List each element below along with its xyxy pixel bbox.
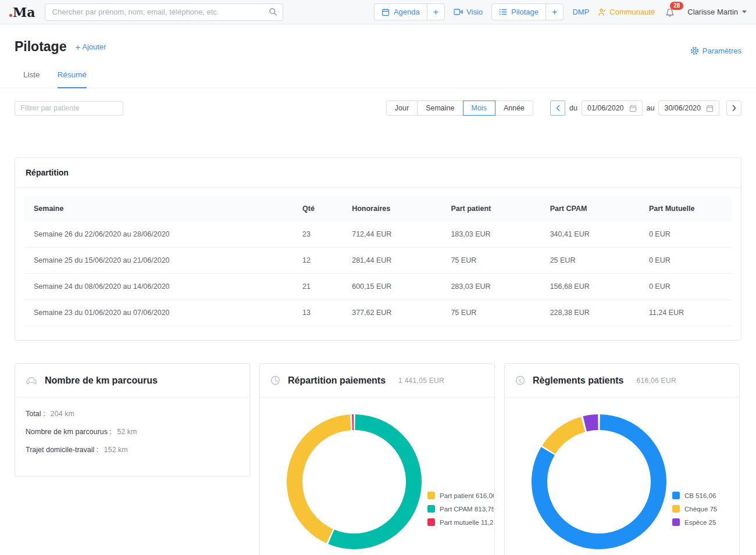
agenda-button[interactable]: Agenda <box>375 4 427 20</box>
du-label: du <box>569 104 577 112</box>
add-button[interactable]: + Ajouter <box>75 42 106 52</box>
tab-resume[interactable]: Résumé <box>58 70 87 88</box>
page-header: Pilotage + Ajouter Paramètres <box>15 38 741 55</box>
cell-semaine: Semaine 26 du 22/06/2020 au 28/06/2020 <box>24 221 293 248</box>
km-card-title: Nombre de km parcourus <box>45 375 158 386</box>
legend-cheque[interactable]: Chèque 75 <box>672 505 739 513</box>
person-wave-icon <box>598 8 606 16</box>
paiements-card-title: Répartition paiements <box>288 375 386 386</box>
legend-label: Espèce 25 <box>684 519 716 526</box>
table-row[interactable]: Semaine 23 du 01/06/2020 au 07/06/2020 1… <box>24 300 732 326</box>
paiements-card-header: Répartition paiements 1 441,05 EUR <box>260 364 494 398</box>
date-from-input[interactable]: 01/06/2020 <box>582 101 643 116</box>
car-icon <box>26 376 37 385</box>
cell-qte: 13 <box>293 300 343 326</box>
paiements-chart-area: Part patient 616,06 Part CPAM 813,752 Pa… <box>260 398 494 555</box>
period-semaine-button[interactable]: Semaine <box>417 101 463 116</box>
legend-cb[interactable]: CB 516,06 <box>672 492 739 499</box>
reglements-card-header: € Règlements patients 616,06 EUR <box>505 364 739 398</box>
reglements-card-title: Règlements patients <box>533 375 623 386</box>
cell-part-mutuelle: 0 EUR <box>640 274 732 300</box>
cell-honoraires: 281,44 EUR <box>343 248 441 274</box>
km-trajet-line: Trajet domicile-travail : 152 km <box>26 446 239 454</box>
user-menu[interactable]: Clarisse Martin <box>687 8 747 16</box>
agenda-button-group: Agenda + <box>374 3 445 20</box>
col-semaine: Semaine <box>24 196 293 221</box>
notifications-button[interactable]: 28 <box>665 7 675 17</box>
communaute-link[interactable]: Communauté <box>598 8 655 16</box>
legend-part-patient[interactable]: Part patient 616,06 <box>427 492 494 499</box>
repartition-title: Répartition <box>15 158 741 188</box>
video-icon <box>454 8 463 16</box>
communaute-label: Communauté <box>609 8 655 16</box>
agenda-add-button[interactable]: + <box>427 4 444 20</box>
km-total-label: Total : <box>26 410 45 418</box>
pilotage-button-group: Pilotage + <box>491 3 564 20</box>
cell-part-patient: 75 EUR <box>441 300 540 326</box>
search-icon <box>269 8 277 19</box>
legend-label: Part patient 616,06 <box>440 492 494 499</box>
table-row[interactable]: Semaine 26 du 22/06/2020 au 28/06/2020 2… <box>24 221 732 248</box>
km-total-line: Total : 204 km <box>26 410 239 418</box>
paiements-card: Répartition paiements 1 441,05 EUR Part … <box>259 363 495 555</box>
km-total-value: 204 km <box>51 410 74 418</box>
page-content: Pilotage + Ajouter Paramètres Liste Résu… <box>0 38 756 555</box>
cell-honoraires: 377,62 EUR <box>343 300 441 326</box>
next-period-button[interactable] <box>726 101 741 116</box>
pilotage-button[interactable]: Pilotage <box>492 4 545 20</box>
notification-badge: 28 <box>670 2 683 10</box>
paiements-legend: Part patient 616,06 Part CPAM 813,752 Pa… <box>427 492 494 532</box>
filter-row: Jour Semaine Mois Année du 01/06/2020 au… <box>15 101 741 116</box>
date-to-input[interactable]: 30/06/2020 <box>658 101 719 116</box>
period-toggle: Jour Semaine Mois Année <box>386 101 533 116</box>
period-mois-button[interactable]: Mois <box>463 101 495 116</box>
km-card-header: Nombre de km parcourus <box>15 364 249 398</box>
legend-part-mutuelle[interactable]: Part mutuelle 11,238 <box>427 518 494 526</box>
patient-filter-input[interactable] <box>15 101 123 116</box>
logo-dot-icon <box>9 14 12 17</box>
legend-label: Part mutuelle 11,238 <box>440 519 494 526</box>
reglements-donut-chart[interactable] <box>532 414 666 549</box>
cell-semaine: Semaine 23 du 01/06/2020 au 07/06/2020 <box>24 300 293 326</box>
logo-text: Ma <box>13 6 35 19</box>
search-input[interactable] <box>45 3 283 21</box>
table-row[interactable]: Semaine 24 du 08/06/2020 au 14/06/2020 2… <box>24 274 732 300</box>
km-card-body: Total : 204 km Nombre de km parcourus : … <box>15 398 249 476</box>
cell-part-cpam: 340,41 EUR <box>541 221 640 248</box>
summary-cards: Nombre de km parcourus Total : 204 km No… <box>15 363 741 555</box>
previous-period-button[interactable] <box>550 101 565 116</box>
table-row[interactable]: Semaine 25 du 15/06/2020 au 21/06/2020 1… <box>24 248 732 274</box>
reglements-legend: CB 516,06 Chèque 75 Espèce 25 <box>672 492 739 532</box>
table-header-row: Semaine Qté Honoraires Part patient Part… <box>24 196 732 221</box>
cell-semaine: Semaine 25 du 15/06/2020 au 21/06/2020 <box>24 248 293 274</box>
app-logo[interactable]: Ma <box>9 6 35 19</box>
page-title: Pilotage <box>15 39 66 55</box>
period-annee-button[interactable]: Année <box>495 101 533 116</box>
calendar-icon <box>629 105 637 112</box>
legend-part-cpam[interactable]: Part CPAM 813,752 <box>427 505 494 513</box>
cell-part-patient: 283,03 EUR <box>441 274 540 300</box>
visio-label: Visio <box>466 8 483 16</box>
top-bar: Ma Agenda + Visio <box>0 0 756 24</box>
settings-button[interactable]: Paramètres <box>690 46 741 55</box>
pilotage-add-button[interactable]: + <box>545 4 563 20</box>
legend-label: Part CPAM 813,752 <box>440 506 494 513</box>
euro-coin-icon: € <box>515 375 525 385</box>
cell-part-mutuelle: 0 EUR <box>640 221 732 248</box>
paiements-donut-chart[interactable] <box>287 414 422 549</box>
visio-button[interactable]: Visio <box>454 8 483 16</box>
legend-espece[interactable]: Espèce 25 <box>672 518 739 526</box>
user-name: Clarisse Martin <box>687 8 738 16</box>
period-jour-button[interactable]: Jour <box>386 101 418 116</box>
legend-swatch <box>672 518 680 526</box>
tab-liste[interactable]: Liste <box>23 70 40 88</box>
gear-icon <box>690 46 699 55</box>
dmp-link[interactable]: DMP <box>572 8 589 16</box>
col-part-mutuelle: Part Mutuelle <box>640 196 732 221</box>
legend-label: CB 516,06 <box>684 492 716 499</box>
km-card: Nombre de km parcourus Total : 204 km No… <box>15 363 250 477</box>
date-from-value: 01/06/2020 <box>587 104 624 112</box>
cell-part-patient: 183,03 EUR <box>441 221 540 248</box>
calendar-icon <box>706 105 714 112</box>
cell-qte: 23 <box>293 221 343 248</box>
